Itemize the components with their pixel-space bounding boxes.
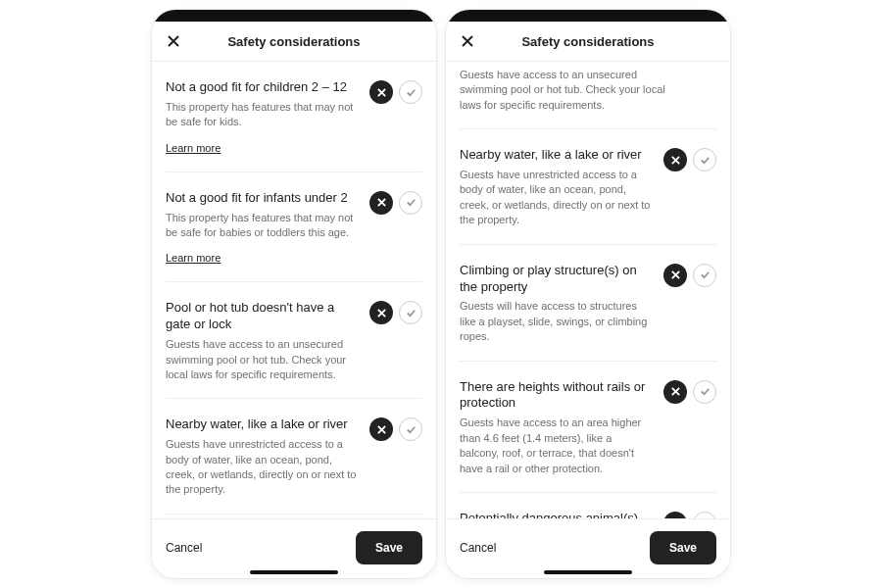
toggle-group — [663, 379, 716, 404]
toggle-no-x-icon[interactable] — [663, 148, 687, 172]
toggle-group — [369, 416, 422, 441]
modal-title: Safety considerations — [460, 34, 716, 49]
phone-screen-1: Safety considerations Not a good fit for… — [152, 10, 436, 578]
cancel-button[interactable]: Cancel — [460, 541, 496, 555]
item-title: Not a good fit for children 2 – 12 — [166, 79, 360, 96]
scroll-area[interactable]: Not a good fit for children 2 – 12 This … — [152, 62, 436, 518]
consideration-pool-partial: Guests have access to an unsecured swimm… — [460, 62, 716, 129]
toggle-yes-check-icon[interactable] — [399, 191, 422, 215]
learn-more-link[interactable]: Learn more — [166, 142, 220, 154]
item-description: Guests have unrestricted access to a bod… — [166, 437, 360, 498]
save-button[interactable]: Save — [356, 531, 422, 564]
toggle-group — [663, 147, 716, 172]
item-description: Guests have access to an unsecured swimm… — [166, 337, 360, 382]
toggle-no-x-icon[interactable] — [369, 301, 393, 324]
consideration-water: Nearby water, like a lake or river Guest… — [460, 129, 716, 244]
toggle-yes-check-icon[interactable] — [693, 512, 716, 518]
cancel-button[interactable]: Cancel — [166, 541, 202, 555]
scroll-area[interactable]: Guests have access to an unsecured swimm… — [446, 62, 730, 518]
toggle-group — [663, 263, 716, 287]
toggle-yes-check-icon[interactable] — [399, 417, 422, 441]
item-title: Nearby water, like a lake or river — [460, 147, 654, 164]
item-title: Potentially dangerous animal(s) on the p… — [460, 511, 654, 518]
item-title: Pool or hot tub doesn't have a gate or l… — [166, 300, 360, 333]
item-description: Guests have access to an unsecured swimm… — [460, 68, 716, 113]
item-description: This property has features that may not … — [166, 211, 360, 241]
status-bar — [446, 10, 730, 22]
save-button[interactable]: Save — [650, 531, 716, 564]
item-description: Guests have access to an area higher tha… — [460, 416, 654, 476]
status-bar — [152, 10, 436, 22]
toggle-yes-check-icon[interactable] — [399, 80, 422, 104]
consideration-water: Nearby water, like a lake or river Guest… — [166, 399, 422, 514]
toggle-group — [369, 190, 422, 215]
modal-footer: Cancel Save — [152, 518, 436, 578]
toggle-yes-check-icon[interactable] — [693, 264, 716, 287]
modal-title: Safety considerations — [166, 34, 422, 49]
item-title: Climbing or play structure(s) on the pro… — [460, 263, 654, 296]
consideration-pool: Pool or hot tub doesn't have a gate or l… — [166, 282, 422, 399]
modal-header: Safety considerations — [152, 22, 436, 62]
learn-more-link[interactable]: Learn more — [166, 252, 220, 264]
toggle-yes-check-icon[interactable] — [693, 148, 716, 172]
consideration-children: Not a good fit for children 2 – 12 This … — [166, 62, 422, 172]
toggle-group — [663, 511, 716, 518]
toggle-yes-check-icon[interactable] — [399, 301, 422, 324]
consideration-heights: There are heights without rails or prote… — [460, 362, 716, 493]
modal-header: Safety considerations — [446, 22, 730, 62]
home-indicator — [250, 570, 338, 574]
toggle-group — [369, 79, 422, 104]
toggle-no-x-icon[interactable] — [663, 512, 687, 518]
item-title: Not a good fit for infants under 2 — [166, 190, 360, 207]
toggle-no-x-icon[interactable] — [369, 80, 393, 104]
toggle-no-x-icon[interactable] — [369, 191, 393, 215]
item-description: This property has features that may not … — [166, 100, 360, 130]
consideration-animals: Potentially dangerous animal(s) on the p… — [460, 493, 716, 518]
toggle-yes-check-icon[interactable] — [693, 380, 716, 404]
item-title: Nearby water, like a lake or river — [166, 416, 360, 433]
phone-screen-2: Safety considerations Guests have access… — [446, 10, 730, 578]
item-description: Guests have unrestricted access to a bod… — [460, 168, 654, 228]
home-indicator — [544, 570, 632, 574]
consideration-infants: Not a good fit for infants under 2 This … — [166, 172, 422, 283]
consideration-climbing: Climbing or play structure(s) on the pro… — [166, 514, 422, 518]
toggle-no-x-icon[interactable] — [663, 380, 687, 404]
item-title: There are heights without rails or prote… — [460, 379, 654, 413]
consideration-climbing: Climbing or play structure(s) on the pro… — [460, 245, 716, 362]
toggle-group — [369, 300, 422, 324]
item-description: Guests will have access to structures li… — [460, 299, 654, 344]
modal-footer: Cancel Save — [446, 518, 730, 578]
toggle-no-x-icon[interactable] — [663, 264, 687, 287]
toggle-no-x-icon[interactable] — [369, 417, 393, 441]
